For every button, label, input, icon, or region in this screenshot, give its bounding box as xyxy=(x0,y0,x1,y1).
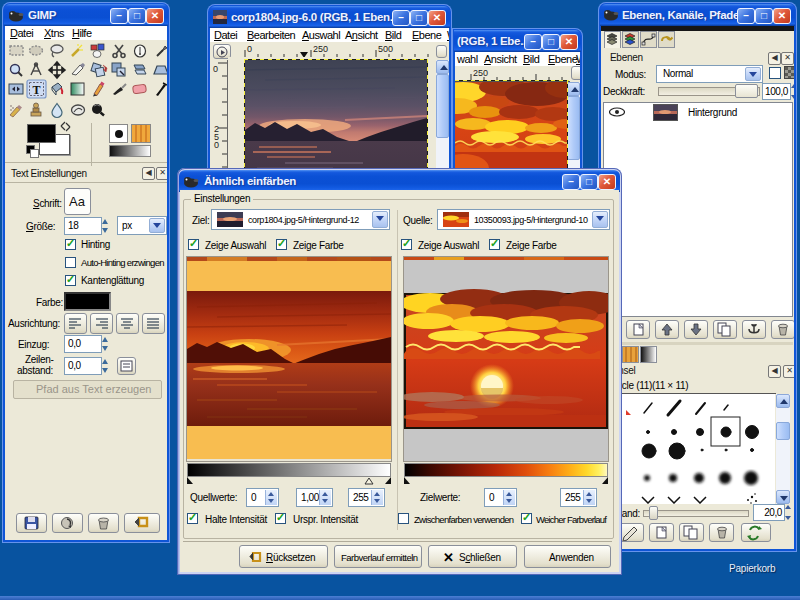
svg-text:T: T xyxy=(33,83,41,97)
svg-text:250: 250 xyxy=(313,44,328,54)
svg-text:0: 0 xyxy=(214,140,219,150)
svg-text:250: 250 xyxy=(473,68,488,78)
svg-text:0: 0 xyxy=(247,44,252,54)
svg-text:500: 500 xyxy=(378,44,393,54)
svg-text:0: 0 xyxy=(213,64,218,74)
